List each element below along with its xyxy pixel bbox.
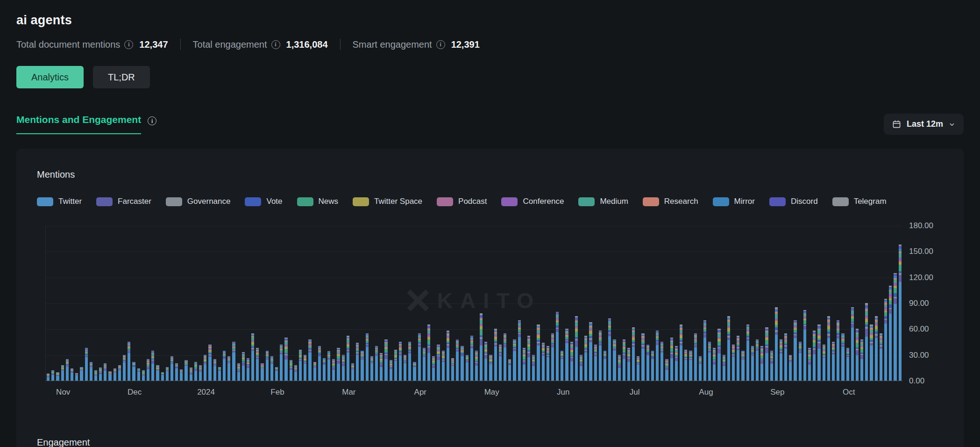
stacked-bar bbox=[899, 245, 902, 381]
stacked-bar bbox=[561, 350, 563, 381]
tab-analytics[interactable]: Analytics bbox=[16, 66, 84, 88]
legend-item-governance[interactable]: Governance bbox=[166, 197, 231, 206]
info-icon[interactable]: i bbox=[124, 40, 133, 49]
stacked-bar bbox=[504, 333, 506, 381]
legend-swatch bbox=[166, 197, 182, 206]
stacked-bar bbox=[732, 345, 735, 381]
stacked-bar bbox=[827, 316, 830, 381]
stacked-bar bbox=[703, 320, 706, 381]
stacked-bar bbox=[751, 346, 754, 381]
stacked-bar bbox=[327, 351, 330, 381]
legend-label: Twitter bbox=[58, 197, 82, 206]
stacked-bar bbox=[75, 373, 78, 381]
stacked-bar bbox=[684, 350, 687, 381]
stacked-bar bbox=[290, 360, 292, 381]
stacked-bar bbox=[204, 355, 206, 381]
stacked-bar bbox=[680, 324, 682, 381]
legend-item-podcast[interactable]: Podcast bbox=[437, 197, 487, 206]
stacked-bar bbox=[342, 355, 345, 381]
stacked-bar bbox=[123, 355, 126, 381]
stacked-bar bbox=[432, 356, 435, 381]
stacked-bar bbox=[518, 320, 521, 381]
divider bbox=[180, 39, 181, 50]
stacked-bar bbox=[770, 350, 773, 381]
legend-item-medium[interactable]: Medium bbox=[578, 197, 628, 206]
tabs-row: Analytics TL;DR bbox=[16, 66, 964, 88]
chart-bars bbox=[46, 226, 902, 381]
legend-item-twitter-space[interactable]: Twitter Space bbox=[353, 197, 422, 206]
stacked-bar bbox=[280, 345, 283, 381]
legend-item-conference[interactable]: Conference bbox=[501, 197, 564, 206]
stacked-bar bbox=[570, 342, 573, 381]
stacked-bar bbox=[313, 361, 316, 381]
legend-item-vote[interactable]: Vote bbox=[245, 197, 282, 206]
stacked-bar bbox=[784, 333, 787, 381]
tab-tldr[interactable]: TL;DR bbox=[93, 66, 150, 88]
legend-item-mirror[interactable]: Mirror bbox=[713, 197, 755, 206]
info-icon[interactable]: i bbox=[436, 40, 445, 49]
stacked-bar bbox=[104, 363, 107, 381]
stacked-bar bbox=[242, 352, 245, 381]
stacked-bar bbox=[99, 368, 102, 381]
stat-label: Total document mentions bbox=[16, 39, 120, 50]
stacked-bar bbox=[284, 338, 287, 381]
stacked-bar bbox=[361, 350, 363, 381]
legend-swatch bbox=[501, 197, 518, 206]
stacked-bar bbox=[604, 350, 606, 381]
stacked-bar bbox=[623, 339, 625, 381]
stacked-bar bbox=[270, 356, 273, 381]
stacked-bar bbox=[299, 350, 302, 381]
stacked-bar bbox=[813, 331, 816, 381]
stacked-bar bbox=[542, 343, 545, 381]
legend-item-farcaster[interactable]: Farcaster bbox=[96, 197, 151, 206]
x-axis-label: Feb bbox=[270, 388, 284, 397]
stacked-bar bbox=[513, 339, 516, 381]
stacked-bar bbox=[660, 342, 663, 381]
x-axis-label: Sep bbox=[770, 388, 784, 397]
stacked-bar bbox=[794, 320, 796, 381]
time-range-dropdown[interactable]: Last 12m bbox=[884, 114, 964, 135]
legend-item-research[interactable]: Research bbox=[643, 197, 698, 206]
legend-item-telegram[interactable]: Telegram bbox=[832, 197, 887, 206]
stacked-bar bbox=[489, 355, 492, 381]
stacked-bar bbox=[675, 346, 678, 381]
stacked-bar bbox=[708, 342, 711, 381]
legend-label: Twitter Space bbox=[374, 197, 422, 206]
stacked-bar bbox=[266, 350, 269, 381]
y-axis-label: 180.00 bbox=[909, 221, 933, 231]
y-axis-label: 90.00 bbox=[909, 299, 929, 308]
legend-swatch bbox=[713, 197, 729, 206]
stacked-bar bbox=[584, 336, 587, 381]
stacked-bar bbox=[599, 331, 602, 381]
y-axis-label: 0.00 bbox=[909, 376, 924, 386]
stacked-bar bbox=[180, 369, 183, 381]
stacked-bar bbox=[66, 359, 69, 381]
legend-swatch bbox=[96, 197, 113, 206]
stacked-bar bbox=[147, 359, 149, 381]
stacked-bar bbox=[865, 303, 868, 381]
page-title: ai agents bbox=[16, 13, 964, 28]
stacked-bar bbox=[765, 327, 768, 381]
stacked-bar bbox=[717, 329, 720, 381]
y-axis-label: 30.00 bbox=[909, 351, 929, 360]
info-icon[interactable]: i bbox=[271, 40, 280, 49]
stacked-bar bbox=[808, 348, 811, 381]
stacked-bar bbox=[727, 316, 730, 381]
stacked-bar bbox=[665, 359, 668, 381]
legend-swatch bbox=[297, 197, 313, 206]
info-icon[interactable]: i bbox=[148, 116, 156, 125]
stacked-bar bbox=[775, 307, 778, 381]
legend-item-twitter[interactable]: Twitter bbox=[37, 197, 82, 206]
x-axis-label: Nov bbox=[56, 388, 70, 397]
stacked-bar bbox=[213, 359, 216, 381]
x-axis-label: May bbox=[484, 388, 499, 397]
stacked-bar bbox=[308, 339, 311, 381]
stacked-bar bbox=[589, 322, 592, 381]
legend-label: Telegram bbox=[854, 197, 887, 206]
legend-item-news[interactable]: News bbox=[297, 197, 339, 206]
stacked-bar bbox=[413, 361, 416, 381]
legend-label: Research bbox=[664, 197, 698, 206]
legend-item-discord[interactable]: Discord bbox=[769, 197, 818, 206]
legend-label: Farcaster bbox=[118, 197, 151, 206]
stacked-bar bbox=[846, 348, 849, 381]
